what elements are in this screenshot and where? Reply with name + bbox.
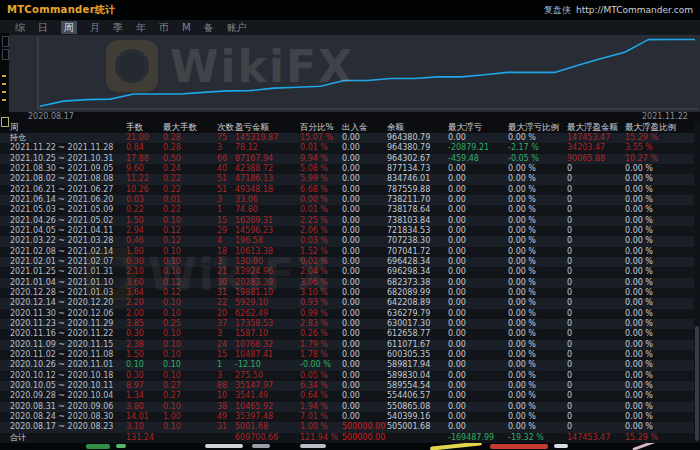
value-cell: 3541.49 bbox=[235, 391, 300, 401]
table-row[interactable]: 合计131.24609700.66121.94 %500000.00-16948… bbox=[0, 433, 694, 443]
value-cell: 0.12 bbox=[163, 288, 217, 298]
table-row[interactable]: 2020.10.12 ~ 2020.10.180.300.103275.500.… bbox=[0, 371, 694, 381]
site-url[interactable]: http://MTCommander.com bbox=[576, 5, 693, 15]
header-cell-2: 最大手数 bbox=[163, 121, 217, 133]
table-row[interactable]: 2020.11.30 ~ 2020.12.062.000.10206262.49… bbox=[0, 309, 694, 319]
edge-mark-icon bbox=[2, 49, 9, 60]
menu-item-2[interactable]: 周 bbox=[61, 21, 77, 34]
value-cell: 500000.00 bbox=[342, 433, 387, 443]
menu-item-5[interactable]: 年 bbox=[136, 21, 146, 34]
table-row[interactable]: 2020.08.24 ~ 2020.08.3014.011.004935397.… bbox=[0, 412, 694, 422]
value-cell: 0.10 bbox=[163, 360, 217, 370]
value-cell: 0.00 % bbox=[508, 340, 567, 350]
value-cell: 3.80 bbox=[126, 402, 163, 412]
value-cell: 0.00 bbox=[448, 174, 508, 184]
menu-item-4[interactable]: 季 bbox=[113, 21, 123, 34]
value-cell: 3 bbox=[217, 257, 235, 267]
menu-item-7[interactable]: M bbox=[182, 21, 191, 34]
value-cell: 0.00 % bbox=[625, 164, 694, 174]
table-row[interactable]: 2021.04.26 ~ 2021.05.021.500.101516269.3… bbox=[0, 216, 694, 226]
fragment-icon bbox=[300, 444, 326, 448]
table-row[interactable]: 2020.08.17 ~ 2020.08.233.100.10315001.68… bbox=[0, 422, 694, 432]
table-row[interactable]: 2020.12.28 ~ 2021.01.033.640.123119881.1… bbox=[0, 288, 694, 298]
value-cell: 0.00 bbox=[342, 309, 387, 319]
period-cell: 2021.10.25 ~ 2021.10.31 bbox=[10, 154, 126, 164]
value-cell: 20 bbox=[217, 309, 235, 319]
value-cell: 0.00 % bbox=[625, 236, 694, 246]
value-cell: 0 bbox=[567, 247, 625, 257]
value-cell: 0.24 bbox=[163, 164, 217, 174]
value-cell: 0.00 % bbox=[625, 319, 694, 329]
value-cell: 16269.31 bbox=[235, 216, 300, 226]
table-row[interactable]: 2021.05.03 ~ 2021.05.090.220.22174.800.0… bbox=[0, 205, 694, 215]
value-cell: 550865.08 bbox=[387, 402, 448, 412]
table-row[interactable]: 2021.01.25 ~ 2021.01.312.100.102113924.9… bbox=[0, 267, 694, 277]
table-row[interactable]: 2021.08.02 ~ 2021.08.0811.220.225147186.… bbox=[0, 174, 694, 184]
value-cell: 87167.94 bbox=[235, 154, 300, 164]
value-cell: 738103.84 bbox=[387, 216, 448, 226]
table-row[interactable]: 2021.10.25 ~ 2021.10.3117.880.506687167.… bbox=[0, 154, 694, 164]
value-cell: 787559.88 bbox=[387, 185, 448, 195]
table-row[interactable]: 2020.11.16 ~ 2020.11.220.300.1031587.100… bbox=[0, 329, 694, 339]
value-cell: 0.46 bbox=[126, 236, 163, 246]
value-cell: 29 bbox=[217, 226, 235, 236]
table-row[interactable]: 2020.08.31 ~ 2020.09.063.800.103810465.9… bbox=[0, 402, 694, 412]
value-cell: -0.00 % bbox=[300, 360, 342, 370]
table-row[interactable]: 2020.10.26 ~ 2020.11.010.100.101-12.10-0… bbox=[0, 360, 694, 370]
value-cell: 3.06 % bbox=[300, 278, 342, 288]
value-cell: 0.00 bbox=[342, 185, 387, 195]
table-row[interactable]: 2021.02.01 ~ 2021.02.070.300.103130.000.… bbox=[0, 257, 694, 267]
value-cell: 0.00 % bbox=[508, 278, 567, 288]
table-row[interactable]: 2020.11.23 ~ 2020.11.293.850.253717358.5… bbox=[0, 319, 694, 329]
value-cell: 0.00 bbox=[342, 402, 387, 412]
table-row[interactable]: 2021.02.08 ~ 2021.02.141.800.101810613.3… bbox=[0, 247, 694, 257]
value-cell: 1.94 % bbox=[300, 402, 342, 412]
menu-item-1[interactable]: 日 bbox=[38, 21, 48, 34]
table-row[interactable]: 2020.12.14 ~ 2020.12.202.200.10225929.10… bbox=[0, 298, 694, 308]
table-row[interactable]: 2020.09.28 ~ 2020.10.041.340.27103541.49… bbox=[0, 391, 694, 401]
value-cell: 589817.94 bbox=[387, 360, 448, 370]
value-cell: 0.02 % bbox=[300, 257, 342, 267]
fragment-icon bbox=[116, 444, 126, 448]
value-cell: 0.30 bbox=[126, 329, 163, 339]
value-cell: 0.00 % bbox=[625, 350, 694, 360]
value-cell: 88 bbox=[217, 381, 235, 391]
menu-item-6[interactable]: 币 bbox=[159, 21, 169, 34]
header-cell-11: 最大浮盈比例 bbox=[625, 121, 694, 133]
value-cell: 0.10 bbox=[163, 402, 217, 412]
value-cell: 0.00 % bbox=[625, 288, 694, 298]
table-row[interactable]: 2020.10.05 ~ 2020.10.118.970.278835147.9… bbox=[0, 381, 694, 391]
period-cell: 2020.08.31 ~ 2020.09.06 bbox=[10, 402, 126, 412]
table-row[interactable]: 2021.06.21 ~ 2021.06.2710.260.225149348.… bbox=[0, 185, 694, 195]
value-cell: 15.29 % bbox=[625, 433, 694, 443]
value-cell: 7.01 % bbox=[300, 412, 342, 422]
table-row[interactable]: 2020.11.02 ~ 2020.11.081.500.101510487.4… bbox=[0, 350, 694, 360]
scrollbar-thumb[interactable] bbox=[695, 326, 699, 441]
value-cell: 0.00 bbox=[448, 216, 508, 226]
table-row[interactable]: 2020.11.09 ~ 2020.11.152.380.102410766.3… bbox=[0, 340, 694, 350]
value-cell: 0.00 bbox=[342, 288, 387, 298]
table-row[interactable]: 2021.01.04 ~ 2021.01.103.600.123020283.3… bbox=[0, 278, 694, 288]
value-cell: 0.00 bbox=[342, 267, 387, 277]
table-row[interactable]: 2021.04.05 ~ 2021.04.112.940.122914596.2… bbox=[0, 226, 694, 236]
value-cell: 5001.68 bbox=[235, 422, 300, 432]
period-cell: 2021.03.22 ~ 2021.03.28 bbox=[10, 236, 126, 246]
table-row[interactable]: 2021.11.22 ~ 2021.11.280.840.28378.120.0… bbox=[0, 143, 694, 153]
value-cell: -19.32 % bbox=[508, 433, 567, 443]
value-cell: 1.00 % bbox=[300, 422, 342, 432]
value-cell: 0.00 bbox=[342, 298, 387, 308]
header-cell-3: 次数 bbox=[217, 121, 235, 133]
period-cell: 2020.10.12 ~ 2020.10.18 bbox=[10, 371, 126, 381]
table-row[interactable]: 2021.08.30 ~ 2021.09.059.600.244042388.7… bbox=[0, 164, 694, 174]
vertical-scrollbar[interactable] bbox=[694, 121, 700, 450]
value-cell: 90065.88 bbox=[567, 154, 625, 164]
menu-item-9[interactable]: 账户 bbox=[227, 21, 247, 34]
table-row[interactable]: 持仓21.000.2875145319.8715.07 %0.00964380.… bbox=[0, 133, 694, 143]
menu-item-3[interactable]: 月 bbox=[90, 21, 100, 34]
value-cell: 0.00 bbox=[342, 350, 387, 360]
menu-item-8[interactable]: 备 bbox=[204, 21, 214, 34]
table-row[interactable]: 2021.03.22 ~ 2021.03.280.460.124196.580.… bbox=[0, 236, 694, 246]
value-cell: 34203.47 bbox=[567, 143, 625, 153]
table-row[interactable]: 2021.06.14 ~ 2021.06.200.030.01333.060.0… bbox=[0, 195, 694, 205]
menu-item-0[interactable]: 综 bbox=[15, 21, 25, 34]
